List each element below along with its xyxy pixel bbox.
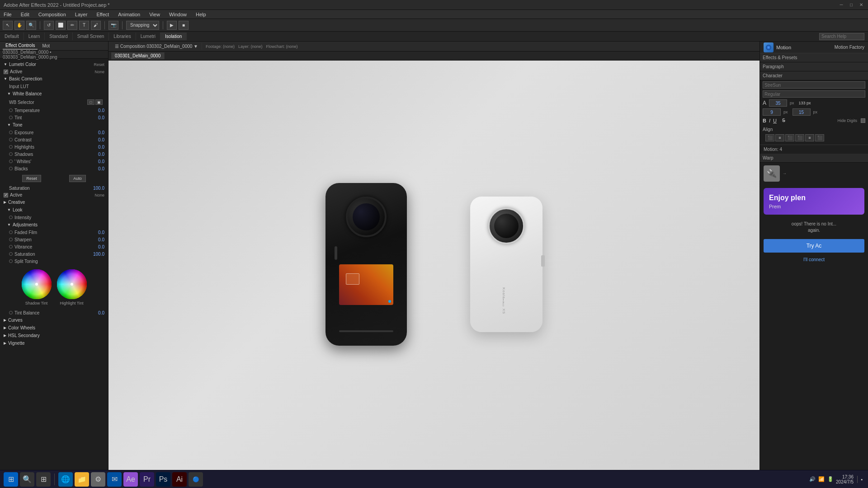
menu-effect[interactable]: Effect [94, 11, 111, 18]
paragraph-label[interactable]: Paragraph [763, 64, 784, 69]
leading-input[interactable] [763, 108, 781, 116]
tint-balance-value[interactable]: 0.0 [91, 310, 104, 315]
toolbar-snapping-dropdown[interactable]: Snapping [126, 21, 159, 30]
workspace-tab-learn[interactable]: Learn [24, 33, 45, 40]
menu-file[interactable]: File [2, 11, 14, 18]
shadow-color-wheel[interactable] [21, 268, 52, 300]
align-middle-btn[interactable]: ≡ [805, 134, 814, 141]
panel-tab-effectcontrols[interactable]: Effect Controls [3, 42, 38, 50]
workspace-tab-standard[interactable]: Standard [45, 33, 73, 40]
shadows-value[interactable]: 0.0 [91, 152, 104, 157]
warp-label[interactable]: Warp [763, 155, 774, 160]
font-input[interactable] [763, 81, 865, 89]
exposure-value[interactable]: 0.0 [91, 130, 104, 135]
workspace-tab-lumetri[interactable]: Lumetri [136, 33, 160, 40]
contrast-value[interactable]: 0.0 [91, 137, 104, 142]
toolbar-hand-tool[interactable]: ✋ [14, 21, 24, 30]
start-button[interactable]: ⊞ [4, 472, 18, 487]
bold-btn[interactable]: B [763, 118, 766, 123]
hsl-secondary-header[interactable]: ▶ HSL Secondary [2, 332, 106, 339]
network-icon[interactable]: 📶 [818, 476, 825, 483]
blacks-value[interactable]: 0.0 [91, 166, 104, 171]
mail-icon[interactable]: ✉ [107, 472, 122, 487]
minimize-btn[interactable]: ─ [838, 2, 844, 8]
toolbar-select-tool[interactable]: ↖ [3, 21, 13, 30]
lumetri-color-header[interactable]: ▼ Lumetri Color Reset [2, 61, 106, 68]
temperature-value[interactable]: 0.0 [91, 108, 104, 113]
workspace-tab-libraries[interactable]: Libraries [109, 33, 136, 40]
edge-browser-icon[interactable]: 🌐 [58, 472, 73, 487]
photoshop-taskbar-icon[interactable]: Ps [156, 472, 170, 487]
color-wheels-header[interactable]: ▶ Color Wheels [2, 324, 106, 332]
align-center-btn[interactable]: ≡ [775, 134, 784, 141]
close-btn[interactable]: ✕ [858, 2, 864, 8]
sharpen-value[interactable]: 0.0 [91, 237, 104, 242]
toolbar-rotate-tool[interactable]: ↺ [44, 21, 54, 30]
underline-btn[interactable]: U [773, 118, 777, 123]
curves-header[interactable]: ▶ Curves [2, 316, 106, 324]
menu-animation[interactable]: Animation [116, 11, 142, 18]
settings-icon[interactable]: ⚙ [91, 472, 105, 487]
saturation-value[interactable]: 100.0 [93, 186, 104, 191]
toolbar-zoom-tool[interactable]: 🔍 [26, 21, 36, 30]
lumetri-reset-btn[interactable]: Reset [94, 62, 104, 67]
comp-subtab-active[interactable]: 030301_DeMain_0000 [111, 52, 165, 59]
help-search-input[interactable] [819, 33, 864, 40]
menu-composition[interactable]: Composition [37, 11, 68, 18]
tone-header[interactable]: ▼ Tone [2, 121, 106, 129]
toolbar-stop-btn[interactable]: ■ [179, 21, 189, 30]
hide-digits-checkbox[interactable] [861, 118, 865, 123]
white-balance-header[interactable]: ▼ White Balance [2, 90, 106, 98]
menu-view[interactable]: View [147, 11, 162, 18]
toolbar-rect-tool[interactable]: ⬜ [56, 21, 66, 30]
align-top-btn[interactable]: ⬛ [795, 134, 804, 141]
workspace-tab-smallscreen[interactable]: Small Screen [73, 33, 109, 40]
faded-value[interactable]: 0.0 [91, 230, 104, 235]
whites-value[interactable]: 0.0 [91, 159, 104, 164]
align-right-btn[interactable]: ⬛ [785, 134, 794, 141]
toolbar-text-tool[interactable]: T [79, 21, 89, 30]
leading2-input[interactable] [793, 108, 811, 116]
menu-help[interactable]: Help [194, 11, 208, 18]
align-bottom-btn[interactable]: ⬛ [815, 134, 824, 141]
strikethrough-btn[interactable]: S̶ [782, 117, 785, 123]
tint-value[interactable]: 0.0 [91, 115, 104, 120]
explorer-icon[interactable]: 📁 [75, 472, 89, 487]
reset-button[interactable]: Reset [22, 175, 41, 182]
toolbar-brush-tool[interactable]: 🖌 [91, 21, 101, 30]
vibrance-value[interactable]: 0.0 [91, 244, 104, 249]
look-header[interactable]: ▼ Look [2, 206, 106, 214]
toolbar-camera-tool[interactable]: 📷 [108, 21, 118, 30]
character-label[interactable]: Character [763, 73, 783, 78]
illustrator-taskbar-icon[interactable]: Ai [172, 472, 187, 487]
italic-btn[interactable]: I [769, 118, 770, 123]
volume-icon[interactable]: 🔊 [809, 476, 816, 483]
chrome-taskbar-icon[interactable]: 🔵 [189, 472, 203, 487]
menu-window[interactable]: Window [167, 11, 189, 18]
panel-tab-mot[interactable]: Mot [39, 42, 52, 49]
align-left-btn[interactable]: ⬛ [765, 134, 774, 141]
active-checkbox[interactable] [4, 70, 8, 74]
menu-layer[interactable]: Layer [73, 11, 90, 18]
vignette-header[interactable]: ▶ Vignette [2, 339, 106, 347]
toolbar-pen-tool[interactable]: ✏ [67, 21, 77, 30]
comp-tab-main[interactable]: ☰ Composition 030302_DeMain_0000 ▼ [111, 43, 202, 50]
premiere-taskbar-icon[interactable]: Pr [140, 472, 154, 487]
creative-header[interactable]: ▶ Creative [2, 198, 106, 206]
effect-controls-scroll[interactable]: ▼ Lumetri Color Reset Active None ▼ Basi… [0, 59, 108, 488]
font-size-input[interactable] [769, 99, 787, 107]
search-taskbar-btn[interactable]: 🔍 [20, 472, 34, 487]
wb-btn-2[interactable]: ▣ [95, 99, 103, 105]
workspace-tab-isolation[interactable]: Isolation [160, 33, 187, 40]
effects-presets-label[interactable]: Effects & Presets [763, 55, 797, 60]
battery-icon[interactable]: 🔋 [827, 476, 834, 483]
show-desktop-btn[interactable]: ▪ [857, 476, 864, 483]
basic-correction-header[interactable]: ▼ Basic Correction [2, 75, 106, 83]
ill-connect-later-link[interactable]: I'll connect [760, 255, 868, 264]
wb-btn-1[interactable]: □ [87, 99, 94, 105]
auto-button[interactable]: Auto [69, 175, 86, 182]
menu-edit[interactable]: Edit [19, 11, 31, 18]
window-controls[interactable]: ─ □ ✕ [838, 2, 864, 8]
active2-checkbox[interactable] [4, 193, 8, 197]
aftereffects-taskbar-icon[interactable]: Ae [123, 472, 138, 487]
